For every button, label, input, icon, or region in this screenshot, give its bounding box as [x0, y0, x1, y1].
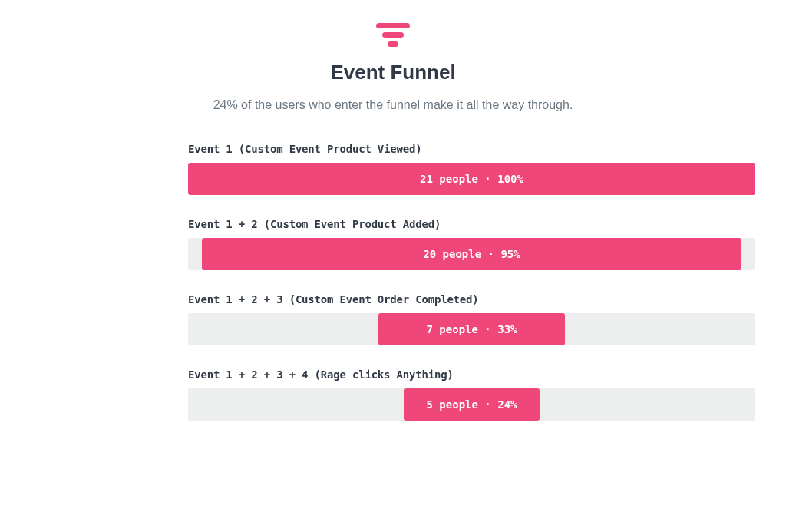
bar-fill: 7 people · 33%: [378, 313, 566, 345]
step-label: Event 1 + 2 + 3 (Custom Event Order Comp…: [188, 293, 755, 306]
step-label: Event 1 + 2 + 3 + 4 (Rage clicks Anythin…: [188, 368, 755, 381]
bar-track: 5 people · 24%: [188, 388, 755, 421]
funnel-chart: CUSTOM EVENT Event 1 (Custom Event Produ…: [0, 143, 786, 421]
bar-fill: 21 people · 100%: [188, 163, 755, 195]
funnel-step: CUSTOM EVENT Event 1 (Custom Event Produ…: [188, 143, 755, 195]
bar-track: 7 people · 33%: [188, 313, 755, 345]
bar-text: 5 people · 24%: [426, 398, 517, 411]
header: Event Funnel 24% of the users who enter …: [0, 23, 786, 112]
page-title: Event Funnel: [0, 61, 786, 84]
funnel-icon: [376, 23, 410, 47]
bar-text: 20 people · 95%: [423, 248, 520, 260]
bar-text: 7 people · 33%: [426, 323, 517, 335]
step-label: Event 1 + 2 (Custom Event Product Added): [188, 218, 755, 230]
bar-track: 21 people · 100%: [188, 163, 755, 195]
bar-text: 21 people · 100%: [420, 173, 523, 185]
bar-track: 20 people · 95%: [188, 238, 755, 270]
bar-fill: 5 people · 24%: [404, 388, 540, 421]
funnel-step: CUSTOM EVENT Event 1 + 2 + 3 (Custom Eve…: [188, 293, 755, 345]
funnel-step: RAGE CLICK Event 1 + 2 + 3 + 4 (Rage cli…: [188, 368, 755, 421]
page-subtitle: 24% of the users who enter the funnel ma…: [0, 98, 786, 112]
step-label: Event 1 (Custom Event Product Viewed): [188, 143, 755, 155]
bar-fill: 20 people · 95%: [202, 238, 741, 270]
funnel-step: CUSTOM EVENT Event 1 + 2 (Custom Event P…: [188, 218, 755, 270]
